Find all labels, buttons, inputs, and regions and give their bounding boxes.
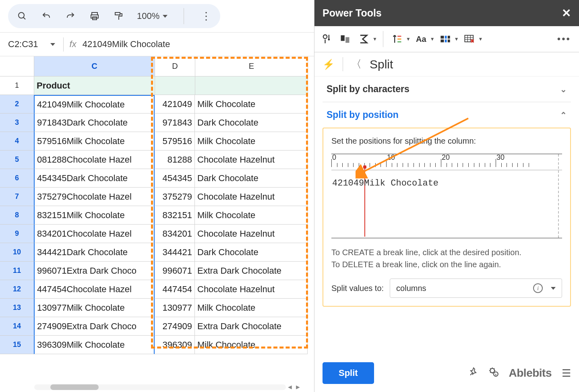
row-header[interactable]: 6 [0, 169, 34, 188]
cell[interactable]: 454345 [155, 169, 195, 188]
back-icon[interactable]: 〈 [351, 57, 362, 71]
row-header[interactable]: 3 [0, 113, 34, 132]
cell[interactable]: 421049 [155, 95, 195, 113]
row-header[interactable]: 2 [0, 95, 34, 113]
compare-icon[interactable] [337, 31, 353, 47]
scroll-right-icon[interactable]: ► [294, 384, 302, 391]
row-header[interactable]: 12 [0, 280, 34, 299]
cell[interactable]: 344421 [155, 243, 195, 262]
cell[interactable]: 81288 [155, 151, 195, 169]
zoom-dropdown[interactable]: 100% [137, 11, 167, 21]
accordion-header[interactable]: Split by position ⌃ [323, 102, 571, 128]
col-header-d[interactable]: D [155, 56, 195, 76]
cell[interactable]: Milk Chocolate [195, 206, 308, 225]
row-header[interactable]: 8 [0, 206, 34, 225]
cell[interactable] [155, 76, 195, 95]
redo-icon[interactable] [64, 11, 77, 21]
split-button[interactable]: Split [323, 362, 374, 384]
scroll-thumb[interactable] [50, 384, 99, 390]
cell[interactable]: Extra Dark Chocolate [195, 317, 308, 336]
dedupe-icon[interactable] [318, 31, 335, 47]
cell[interactable]: 344421Dark Chocolate [34, 243, 155, 262]
search-icon[interactable] [16, 11, 28, 21]
clear-icon[interactable] [461, 31, 478, 47]
hamburger-icon[interactable]: ☰ [562, 367, 571, 380]
cell[interactable]: Milk Chocolate [195, 336, 308, 354]
break-handle[interactable] [363, 165, 366, 169]
cell[interactable]: 971843 [155, 113, 195, 132]
row-header[interactable]: 15 [0, 336, 34, 354]
scroll-left-icon[interactable]: ◄ [286, 384, 294, 391]
cell[interactable]: 375279Chocolate Hazel [34, 188, 155, 206]
row-header[interactable]: 7 [0, 188, 34, 206]
cell[interactable]: 832151Milk Chocolate [34, 206, 155, 225]
info-icon[interactable]: i [533, 283, 543, 293]
cell[interactable]: 834201 [155, 225, 195, 243]
cell[interactable]: 579516 [155, 132, 195, 151]
chevron-down-icon[interactable]: ▼ [372, 36, 377, 42]
cell[interactable]: Product [34, 76, 155, 95]
pin-icon[interactable] [469, 367, 478, 379]
cell[interactable]: Dark Chocolate [195, 243, 308, 262]
name-box[interactable]: C2:C31 [0, 39, 63, 50]
chevron-down-icon[interactable]: ▼ [430, 36, 435, 42]
row-header[interactable]: 4 [0, 132, 34, 151]
cell[interactable]: 454345Dark Chocolate [34, 169, 155, 188]
cell[interactable]: 375279 [155, 188, 195, 206]
split-icon[interactable] [437, 31, 453, 47]
more-icon[interactable]: ⋮ [200, 10, 212, 23]
paint-format-icon[interactable] [113, 11, 125, 21]
sort-icon[interactable] [389, 31, 405, 47]
cell[interactable]: 421049Milk Chocolate [34, 95, 155, 113]
cell[interactable]: Chocolate Hazelnut [195, 151, 308, 169]
cell[interactable]: 081288Chocolate Hazel [34, 151, 155, 169]
row-header[interactable]: 13 [0, 299, 34, 317]
chevron-down-icon[interactable]: ▼ [406, 36, 411, 42]
cell[interactable]: 996071 [155, 262, 195, 280]
cell[interactable]: Dark Chocolate [195, 113, 308, 132]
scroll-track[interactable] [34, 384, 286, 390]
sum-icon[interactable] [356, 31, 372, 47]
position-ruler[interactable]: 0102030 421049Milk Chocolate [331, 154, 562, 238]
cell[interactable]: Milk Chocolate [195, 132, 308, 151]
col-header-c[interactable]: C [34, 56, 155, 76]
bolt-icon[interactable]: ⚡ [323, 59, 335, 70]
text-icon[interactable]: Aa [413, 31, 429, 47]
cell[interactable]: Extra Dark Chocolate [195, 262, 308, 280]
cell[interactable]: 579516Milk Chocolate [34, 132, 155, 151]
cell[interactable]: Milk Chocolate [195, 95, 308, 113]
accordion-header[interactable]: Split by characters ⌄ [323, 76, 571, 102]
cell[interactable]: 971843Dark Chocolate [34, 113, 155, 132]
cell[interactable]: Dark Chocolate [195, 169, 308, 188]
cell[interactable]: 274909Extra Dark Choco [34, 317, 155, 336]
cell[interactable]: 834201Chocolate Hazel [34, 225, 155, 243]
cell[interactable]: 832151 [155, 206, 195, 225]
print-icon[interactable] [89, 11, 101, 21]
cell[interactable]: Chocolate Hazelnut [195, 225, 308, 243]
cell[interactable]: 447454Chocolate Hazel [34, 280, 155, 299]
break-line[interactable] [364, 166, 365, 237]
cell[interactable]: 447454 [155, 280, 195, 299]
cell[interactable]: 996071Extra Dark Choco [34, 262, 155, 280]
row-header[interactable]: 11 [0, 262, 34, 280]
row-header[interactable]: 5 [0, 151, 34, 169]
split-to-select[interactable]: columns i [390, 279, 562, 298]
more-icon[interactable]: ••• [557, 33, 575, 45]
cell[interactable]: Chocolate Hazelnut [195, 188, 308, 206]
close-icon[interactable]: ✕ [562, 6, 571, 20]
row-header[interactable]: 9 [0, 225, 34, 243]
cell[interactable]: Chocolate Hazelnut [195, 280, 308, 299]
settings-info-icon[interactable] [488, 367, 499, 380]
row-header[interactable]: 10 [0, 243, 34, 262]
undo-icon[interactable] [40, 11, 52, 21]
cell[interactable] [195, 76, 308, 95]
formula-text[interactable]: 421049Milk Chocolate [83, 39, 170, 50]
cell[interactable]: 130977Milk Chocolate [34, 299, 155, 317]
cell[interactable]: 130977 [155, 299, 195, 317]
cell[interactable]: 396309Milk Chocolate [34, 336, 155, 354]
cell[interactable]: Milk Chocolate [195, 299, 308, 317]
cell[interactable]: 396309 [155, 336, 195, 354]
row-header[interactable]: 1 [0, 76, 34, 95]
cell[interactable]: 274909 [155, 317, 195, 336]
select-all-corner[interactable] [0, 56, 34, 76]
